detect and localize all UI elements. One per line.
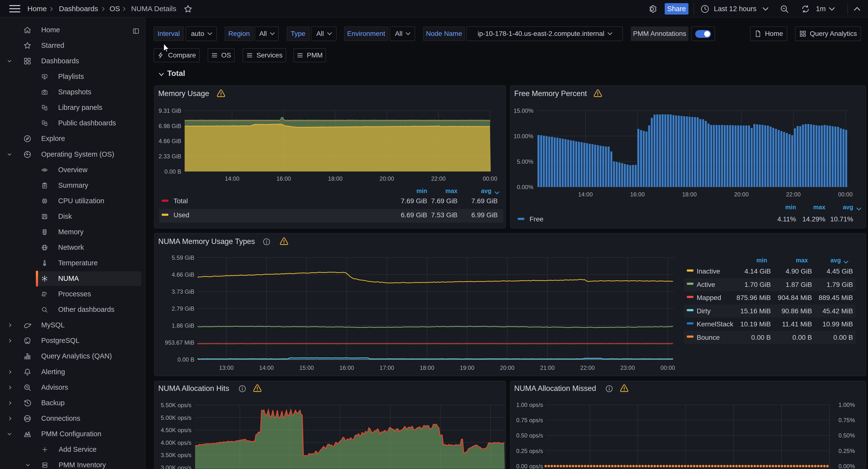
svg-text:4.90 GiB: 4.90 GiB — [785, 267, 812, 275]
svg-text:20:00: 20:00 — [379, 175, 394, 182]
svg-text:0.00%: 0.00% — [517, 184, 533, 190]
svg-text:Active: Active — [697, 281, 715, 288]
svg-text:00:00: 00:00 — [660, 364, 675, 371]
svg-text:904.84 MiB: 904.84 MiB — [778, 294, 812, 301]
svg-text:min: min — [785, 204, 796, 210]
svg-text:Inactive: Inactive — [697, 267, 720, 275]
svg-text:0.00%: 0.00% — [838, 463, 855, 469]
svg-text:7.69 GiB: 7.69 GiB — [401, 197, 427, 205]
svg-text:5.50K ops/s: 5.50K ops/s — [161, 402, 191, 408]
svg-text:Dirty: Dirty — [697, 307, 711, 315]
svg-text:15:00: 15:00 — [299, 364, 314, 371]
svg-text:1.79 GiB: 1.79 GiB — [827, 281, 853, 288]
svg-text:22:00: 22:00 — [786, 191, 801, 198]
svg-text:14:00: 14:00 — [578, 191, 593, 198]
svg-text:0.50 ops/s: 0.50 ops/s — [516, 432, 543, 439]
svg-text:20:00: 20:00 — [500, 364, 515, 371]
svg-text:max: max — [445, 187, 458, 194]
svg-text:953.67 MiB: 953.67 MiB — [165, 339, 194, 346]
svg-text:0.50%: 0.50% — [838, 432, 855, 439]
svg-text:4.50K ops/s: 4.50K ops/s — [161, 427, 191, 433]
svg-text:0.00 B: 0.00 B — [164, 168, 181, 175]
svg-text:14.29%: 14.29% — [802, 215, 825, 223]
svg-text:21:00: 21:00 — [540, 364, 555, 371]
svg-text:10.99 MiB: 10.99 MiB — [823, 320, 853, 328]
svg-text:1.86 GiB: 1.86 GiB — [172, 322, 194, 329]
svg-text:10.00%: 10.00% — [514, 133, 533, 140]
svg-text:7.53 GiB: 7.53 GiB — [431, 211, 458, 219]
svg-text:5.00K ops/s: 5.00K ops/s — [161, 414, 191, 421]
svg-text:6.69 GiB: 6.69 GiB — [401, 211, 427, 219]
svg-text:23:00: 23:00 — [620, 364, 635, 371]
svg-text:16:00: 16:00 — [340, 364, 354, 371]
svg-text:avg: avg — [843, 204, 853, 210]
svg-text:7.69 GiB: 7.69 GiB — [471, 197, 498, 205]
svg-text:18:00: 18:00 — [682, 191, 697, 198]
svg-text:00:00: 00:00 — [838, 191, 852, 198]
svg-text:16:00: 16:00 — [630, 191, 645, 198]
svg-text:4.66 GiB: 4.66 GiB — [172, 271, 194, 278]
svg-text:0.00 B: 0.00 B — [751, 334, 771, 341]
svg-text:4.45 GiB: 4.45 GiB — [827, 267, 853, 275]
svg-text:14:00: 14:00 — [225, 175, 240, 182]
svg-text:0.25%: 0.25% — [838, 448, 855, 454]
svg-text:14:00: 14:00 — [259, 364, 274, 371]
svg-text:2.33 GiB: 2.33 GiB — [159, 153, 181, 159]
svg-text:1.00%: 1.00% — [838, 402, 855, 408]
svg-text:6.98 GiB: 6.98 GiB — [159, 123, 181, 129]
svg-text:0.00 B: 0.00 B — [178, 356, 194, 363]
svg-text:Total: Total — [174, 197, 188, 205]
svg-text:10.71%: 10.71% — [830, 215, 853, 223]
svg-text:22:00: 22:00 — [580, 364, 595, 371]
svg-text:4.11%: 4.11% — [777, 215, 796, 223]
svg-text:3.50K ops/s: 3.50K ops/s — [161, 452, 191, 458]
svg-text:1.70 GiB: 1.70 GiB — [744, 281, 771, 288]
svg-text:0.00 ops/s: 0.00 ops/s — [516, 463, 543, 469]
svg-text:2.79 GiB: 2.79 GiB — [172, 305, 194, 312]
svg-text:11.41 MiB: 11.41 MiB — [782, 320, 812, 328]
svg-text:5.00%: 5.00% — [517, 158, 533, 165]
svg-text:0.75 ops/s: 0.75 ops/s — [516, 417, 543, 423]
svg-text:Bounce: Bounce — [697, 334, 720, 341]
svg-text:max: max — [813, 204, 825, 210]
svg-text:4.00K ops/s: 4.00K ops/s — [161, 439, 191, 446]
svg-text:0.00 B: 0.00 B — [833, 334, 853, 341]
svg-text:avg: avg — [481, 187, 491, 194]
svg-text:9.31 GiB: 9.31 GiB — [159, 108, 181, 114]
svg-text:16:00: 16:00 — [277, 175, 291, 182]
svg-text:4.66 GiB: 4.66 GiB — [159, 138, 181, 144]
svg-text:3.73 GiB: 3.73 GiB — [172, 288, 194, 295]
svg-text:3.00K ops/s: 3.00K ops/s — [161, 464, 191, 469]
svg-text:875.96 MiB: 875.96 MiB — [737, 294, 771, 301]
svg-text:90.86 MiB: 90.86 MiB — [781, 307, 812, 315]
svg-text:5.59 GiB: 5.59 GiB — [172, 254, 194, 261]
svg-text:15.00%: 15.00% — [514, 108, 533, 114]
svg-text:0.25 ops/s: 0.25 ops/s — [516, 448, 543, 454]
svg-text:18:00: 18:00 — [328, 175, 343, 182]
svg-text:0.00 B: 0.00 B — [793, 334, 812, 341]
svg-text:00:00: 00:00 — [483, 175, 497, 182]
svg-text:10.19 MiB: 10.19 MiB — [740, 320, 771, 328]
svg-text:15.16 MiB: 15.16 MiB — [740, 307, 771, 315]
svg-text:min: min — [756, 257, 767, 264]
svg-text:18:00: 18:00 — [420, 364, 434, 371]
svg-text:889.45 MiB: 889.45 MiB — [818, 294, 853, 301]
svg-text:7.69 GiB: 7.69 GiB — [431, 197, 458, 205]
svg-text:0.75%: 0.75% — [838, 417, 855, 423]
svg-text:max: max — [796, 257, 808, 264]
svg-text:KernelStack: KernelStack — [697, 320, 734, 328]
svg-text:1.87 GiB: 1.87 GiB — [785, 281, 812, 288]
svg-text:17:00: 17:00 — [379, 364, 394, 371]
svg-text:45.42 MiB: 45.42 MiB — [823, 307, 853, 315]
svg-text:20:00: 20:00 — [734, 191, 748, 198]
svg-text:19:00: 19:00 — [460, 364, 474, 371]
svg-text:Free: Free — [529, 215, 544, 223]
svg-text:22:00: 22:00 — [431, 175, 446, 182]
svg-text:Used: Used — [174, 211, 189, 219]
svg-text:min: min — [416, 187, 427, 194]
svg-text:1.00 ops/s: 1.00 ops/s — [516, 402, 543, 408]
svg-text:4.14 GiB: 4.14 GiB — [744, 267, 771, 275]
svg-text:13:00: 13:00 — [219, 364, 234, 371]
svg-text:Mapped: Mapped — [697, 294, 721, 301]
svg-text:6.99 GiB: 6.99 GiB — [471, 211, 498, 219]
